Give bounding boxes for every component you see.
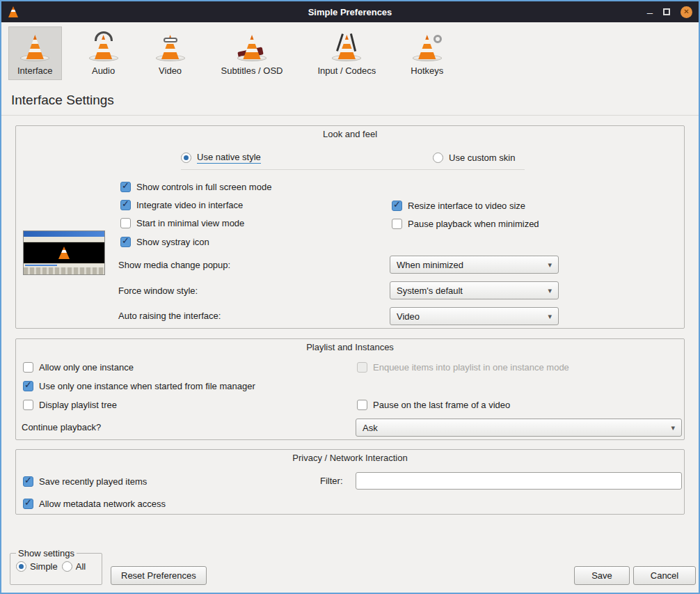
checkbox-enqueue-one-instance: Enqueue items into playlist in one insta… bbox=[357, 361, 569, 373]
radio-label: All bbox=[76, 561, 86, 572]
dropdown-value: Ask bbox=[363, 423, 378, 433]
key-badge bbox=[433, 35, 442, 43]
look-and-feel-group: Look and feel Use native style Use custo… bbox=[15, 125, 685, 329]
video-icon bbox=[154, 31, 186, 63]
preview-menubar bbox=[24, 237, 104, 242]
checkbox-icon bbox=[120, 200, 131, 210]
checkbox-label: Show systray icon bbox=[136, 237, 209, 247]
checkbox-icon bbox=[23, 381, 33, 391]
toolbar-item-label: Audio bbox=[92, 65, 115, 76]
checkbox-display-playlist-tree[interactable]: Display playlist tree bbox=[23, 398, 117, 411]
dropdown-value: Video bbox=[397, 311, 420, 322]
window-title: Simple Preferences bbox=[1, 7, 699, 17]
group-title: Playlist and Instances bbox=[16, 342, 684, 352]
window-controls: – ✕ bbox=[647, 6, 692, 18]
checkbox-label: Resize interface to video size bbox=[408, 201, 525, 211]
toolbar-item-video[interactable]: Video bbox=[145, 26, 196, 80]
restore-button[interactable] bbox=[663, 8, 670, 15]
preview-seekbar bbox=[24, 263, 104, 267]
checkbox-one-instance-file-manager[interactable]: Use only one instance when started from … bbox=[23, 380, 255, 392]
checkbox-icon bbox=[120, 218, 131, 228]
toolbar-item-label: Subtitles / OSD bbox=[221, 65, 283, 76]
toolbar-item-audio[interactable]: Audio bbox=[79, 26, 129, 80]
headphones-badge bbox=[95, 31, 113, 41]
playlist-instances-group: Playlist and Instances Allow only one in… bbox=[15, 338, 685, 440]
checkbox-icon bbox=[357, 362, 367, 373]
checkbox-label: Allow only one instance bbox=[39, 362, 134, 373]
checkbox-label: Integrate video in interface bbox=[136, 200, 243, 210]
glasses-badge bbox=[164, 38, 177, 42]
checkbox-minimal-view[interactable]: Start in minimal view mode bbox=[120, 217, 244, 229]
media-change-popup-dropdown[interactable]: When minimized ▾ bbox=[390, 256, 559, 274]
checkbox-label: Pause playback when minimized bbox=[408, 219, 539, 229]
checkbox-show-controls-fullscreen[interactable]: Show controls in full screen mode bbox=[120, 180, 271, 193]
force-window-style-dropdown[interactable]: System's default ▾ bbox=[390, 281, 559, 299]
use-custom-skin-radio[interactable]: Use custom skin bbox=[433, 151, 515, 164]
dropdown-value: When minimized bbox=[397, 260, 463, 270]
checkbox-label: Save recently played items bbox=[39, 476, 147, 487]
auto-raising-dropdown[interactable]: Video ▾ bbox=[390, 307, 559, 325]
toolbar-item-subtitles-osd[interactable]: Subtitles / OSD bbox=[212, 26, 292, 80]
checkbox-label: Display playlist tree bbox=[39, 400, 117, 410]
checkbox-icon bbox=[23, 400, 33, 410]
radio-icon bbox=[62, 561, 72, 572]
toolbar-item-label: Input / Codecs bbox=[317, 65, 376, 76]
preferences-toolbar: Interface Audio Video Subtitl bbox=[8, 26, 452, 80]
checkbox-icon bbox=[120, 237, 131, 247]
continue-playback-dropdown[interactable]: Ask ▾ bbox=[356, 419, 682, 437]
radio-label: Use native style bbox=[197, 152, 261, 164]
checkbox-icon bbox=[357, 400, 367, 410]
checkbox-label: Show controls in full screen mode bbox=[136, 182, 271, 192]
checkbox-icon bbox=[120, 182, 131, 192]
toolbar-item-input-codecs[interactable]: Input / Codecs bbox=[308, 26, 385, 80]
close-icon: ✕ bbox=[683, 8, 689, 15]
toolbar-item-hotkeys[interactable]: Hotkeys bbox=[401, 26, 452, 80]
minimize-button[interactable]: – bbox=[647, 7, 653, 17]
style-separator bbox=[181, 169, 525, 170]
preview-titlebar bbox=[24, 231, 104, 237]
toolbar-item-interface[interactable]: Interface bbox=[8, 26, 62, 80]
use-native-style-radio[interactable]: Use native style bbox=[181, 151, 261, 164]
continue-playback-label: Continue playback? bbox=[22, 421, 101, 434]
checkbox-icon bbox=[23, 499, 33, 509]
page-title: Interface Settings bbox=[11, 93, 114, 108]
checkbox-label: Start in minimal view mode bbox=[136, 218, 244, 228]
checkbox-icon bbox=[392, 219, 402, 229]
filter-input[interactable] bbox=[356, 472, 682, 490]
checkbox-resize-interface[interactable]: Resize interface to video size bbox=[392, 199, 525, 212]
close-button[interactable]: ✕ bbox=[681, 6, 692, 18]
input-codecs-icon bbox=[331, 31, 363, 63]
simple-preferences-window: Simple Preferences – ✕ Interface Audio bbox=[0, 0, 700, 594]
checkbox-save-recent-items[interactable]: Save recently played items bbox=[23, 475, 147, 487]
interface-icon bbox=[19, 31, 51, 63]
media-change-popup-label: Show media change popup: bbox=[118, 259, 230, 272]
checkbox-pause-minimized[interactable]: Pause playback when minimized bbox=[392, 217, 539, 230]
chevron-down-icon: ▾ bbox=[548, 286, 552, 295]
checkbox-integrate-video[interactable]: Integrate video in interface bbox=[120, 198, 243, 211]
cancel-button[interactable]: Cancel bbox=[633, 566, 696, 585]
checkbox-systray-icon[interactable]: Show systray icon bbox=[120, 235, 209, 248]
vlc-cone-shape bbox=[8, 6, 18, 17]
preview-cone bbox=[58, 247, 70, 259]
checkbox-label: Enqueue items into playlist in one insta… bbox=[373, 362, 569, 373]
heading-separator bbox=[1, 115, 699, 116]
show-settings-title: Show settings bbox=[16, 548, 77, 558]
radio-icon bbox=[16, 561, 26, 572]
privacy-network-group: Privacy / Network Interaction Save recen… bbox=[15, 449, 685, 515]
checkbox-metadata-network-access[interactable]: Allow metadata network access bbox=[23, 497, 166, 510]
show-settings-simple-radio[interactable]: Simple bbox=[16, 561, 58, 572]
radio-icon bbox=[181, 153, 191, 163]
dropdown-value: System's default bbox=[397, 286, 463, 296]
toolbar-item-label: Video bbox=[159, 65, 182, 76]
show-settings-group: Show settings Simple All bbox=[10, 548, 102, 585]
titlebar[interactable]: Simple Preferences – ✕ bbox=[1, 1, 699, 22]
checkbox-allow-one-instance[interactable]: Allow only one instance bbox=[23, 361, 134, 373]
cone-shape bbox=[24, 35, 45, 59]
radio-label: Simple bbox=[30, 561, 58, 572]
toolbar-item-label: Interface bbox=[17, 65, 53, 76]
save-button[interactable]: Save bbox=[574, 566, 630, 585]
checkbox-pause-last-frame[interactable]: Pause on the last frame of a video bbox=[357, 398, 510, 411]
subtitles-osd-icon bbox=[236, 31, 268, 63]
show-settings-all-radio[interactable]: All bbox=[62, 561, 86, 572]
reset-preferences-button[interactable]: Reset Preferences bbox=[111, 566, 207, 585]
